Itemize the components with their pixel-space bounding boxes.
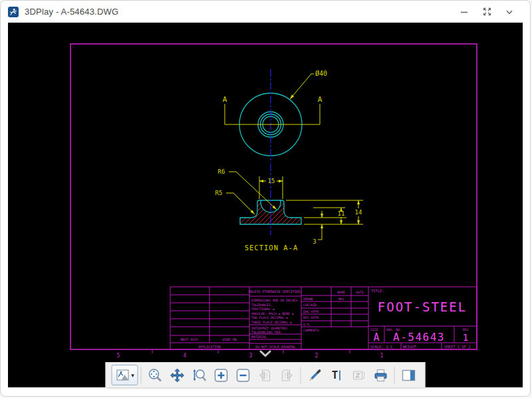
material-label: MATERIAL (251, 335, 267, 339)
col-name: NAME (337, 291, 345, 294)
previous-view-button[interactable] (254, 365, 276, 385)
spec-line: ANGULAR: MACH ± BEND ± (251, 312, 294, 315)
zoom-out-button[interactable] (232, 365, 254, 385)
svg-text:T: T (331, 369, 338, 381)
leader-r6: R6 (218, 168, 277, 210)
titlebar: 3DPlay - A-54643.DWG (1, 1, 530, 23)
print-icon (372, 367, 388, 383)
section-caption: SECTION A-A (245, 244, 299, 252)
collapse-window-button[interactable] (503, 6, 515, 18)
window-title: 3DPlay - A-54643.DWG (25, 7, 118, 17)
dim-11: 11 (313, 208, 345, 224)
minimize-button[interactable] (458, 6, 470, 18)
title-label: TITLE: (371, 289, 384, 293)
sheet-text: SHEET 1 OF 1 (444, 345, 471, 349)
dim-14-text: 14 (355, 209, 362, 216)
section-marker-a-left: A (223, 95, 227, 104)
part-title: FOOT-STEEL (378, 299, 467, 314)
pencil-icon (307, 367, 323, 383)
size-value: A (373, 331, 379, 343)
toggle-panel-button[interactable] (398, 365, 420, 385)
drawn-by-name: MAS (338, 298, 344, 301)
approval-row-label: CHECKED (303, 303, 317, 307)
approval-row-label: ENG APPR. (303, 310, 321, 313)
fullscreen-button[interactable] (481, 6, 493, 18)
diameter-label: Ø40 (315, 70, 327, 77)
cad-drawing: 5 4 3 2 1 A A (8, 23, 525, 390)
toolbar-separator (394, 367, 395, 384)
dim-3: 3 (313, 211, 323, 245)
app-logo-icon (8, 7, 19, 17)
section-view: 15 14 11 (215, 164, 363, 252)
zone-number: 4 (184, 353, 187, 359)
zone-number: 2 (315, 353, 319, 359)
viewer-toolbar: ▾ (106, 362, 426, 387)
dim-14: 14 (355, 200, 362, 224)
spec-line: TOLERANCES: (251, 303, 273, 307)
col-date: DATE (356, 291, 364, 294)
interpret-line: TOLERANCING PER: (251, 331, 282, 334)
spec-line: FRACTIONAL ± (251, 307, 275, 311)
spec-header: UNLESS OTHERWISE SPECIFIED: (248, 290, 302, 294)
view-thumbnail-icon (115, 369, 130, 382)
drawing-canvas[interactable]: 5 4 3 2 1 A A (8, 23, 523, 387)
view-mode-dropdown-button[interactable]: ▾ (112, 365, 138, 385)
text-tool-icon: T (329, 367, 344, 383)
r5-text: R5 (215, 190, 223, 196)
zoom-in-icon (213, 367, 229, 383)
zoom-out-icon (235, 367, 251, 383)
application: APPLICATION (198, 345, 220, 349)
dim-15-text: 15 (268, 178, 275, 184)
next-assy: NEXT ASSY (180, 337, 198, 341)
section-cut-line: A A (223, 95, 323, 124)
top-view: A A Ø40 (223, 69, 327, 163)
zoom-window-icon (191, 367, 207, 383)
rev-label: REV (463, 328, 469, 331)
zoom-extents-icon (147, 367, 163, 383)
app-window: 3DPlay - A-54643.DWG (0, 0, 531, 397)
leader-r5: R5 (215, 190, 255, 214)
scale-text: SCALE: 1:1 (370, 345, 392, 349)
used-on: USED ON (222, 337, 236, 341)
approval-row-label: DRAWN (303, 298, 313, 301)
section-marker-a-right: A (318, 95, 323, 104)
dim-3-text: 3 (313, 238, 316, 245)
zoom-window-button[interactable] (188, 365, 210, 385)
approval-row-label: Q.A. (303, 323, 311, 326)
rev-value: 1 (463, 332, 468, 343)
weight-label: WEIGHT: (403, 345, 418, 349)
dropdown-arrow-icon: ▾ (131, 372, 134, 379)
r6-text: R6 (218, 168, 225, 175)
zoom-extents-button[interactable] (144, 365, 166, 385)
toolbar-separator (141, 367, 142, 384)
zone-number: 1 (380, 353, 384, 359)
spec-line: THREE PLACE DECIMAL ± (251, 321, 292, 324)
next-view-icon (279, 367, 295, 383)
panel-icon (400, 367, 416, 383)
dim-11-text: 11 (338, 210, 345, 217)
animation-button[interactable] (348, 365, 370, 385)
dwg-number: A-54643 (393, 331, 445, 343)
pan-icon (169, 367, 185, 383)
interpret-line: INTERPRET GEOMETRIC (251, 327, 288, 330)
next-view-button[interactable] (276, 365, 298, 385)
spec-line: TWO PLACE DECIMAL ± (251, 316, 288, 319)
title-block: UNLESS OTHERWISE SPECIFIED: DIMENSIONS A… (170, 287, 477, 349)
toolbar-separator (301, 367, 301, 384)
text-annotation-button[interactable]: T (326, 365, 348, 385)
print-button[interactable] (370, 365, 392, 385)
approval-row-label: COMMENTS: (303, 329, 321, 332)
zone-number: 3 (249, 353, 253, 359)
markup-pencil-button[interactable] (304, 365, 326, 385)
previous-view-icon (257, 367, 273, 383)
hide-toolbar-chevron[interactable] (257, 348, 273, 361)
pan-button[interactable] (166, 365, 188, 385)
zoom-in-button[interactable] (210, 365, 232, 385)
animation-icon (350, 367, 366, 383)
zone-number: 5 (117, 353, 120, 359)
spec-line: DIMENSIONS ARE IN INCHES (251, 299, 297, 302)
approval-row-label: MFG APPR. (303, 316, 321, 319)
